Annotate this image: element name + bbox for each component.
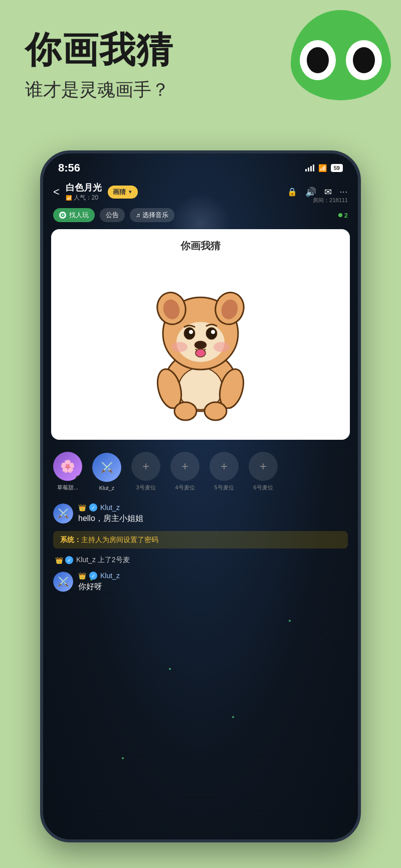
chat-area: ⚔️ 👑 ✓ Klut_z hello，房主小姐姐 系统：主持人为房间设置了密码… xyxy=(43,499,358,603)
chat-username-1: 👑 ✓ Klut_z xyxy=(78,503,143,511)
notice-label: 公告 xyxy=(106,211,119,219)
dog-illustration xyxy=(135,261,266,421)
mic-badge-1: 0 xyxy=(75,475,82,481)
mic-add-slot-4[interactable]: + 4号麦位 xyxy=(170,452,199,491)
inline-text: Klut_z 上了2号麦 xyxy=(76,556,130,565)
avatar-knight-sm-2: ⚔️ xyxy=(53,572,73,592)
svg-point-12 xyxy=(206,327,217,339)
drawing-title: 你画我猜 xyxy=(180,239,221,253)
svg-point-15 xyxy=(195,349,206,357)
status-time: 8:56 xyxy=(58,161,80,175)
mic-add-label-4: 4号麦位 xyxy=(175,484,194,491)
system-message: 系统：主持人为房间设置了密码 xyxy=(53,531,348,549)
left-eye xyxy=(300,40,336,80)
room-actions: 🔒 🔊 ✉ ··· xyxy=(287,187,348,198)
mic-add-circle-3: + xyxy=(131,452,160,481)
firefly-5 xyxy=(122,757,124,759)
mic-add-label-3: 3号麦位 xyxy=(136,484,155,491)
mic-add-circle-4: + xyxy=(170,452,199,481)
chat-message-2: ⚔️ 👑 ✓ Klut_z 你好呀 xyxy=(53,572,348,592)
system-text: 系统：主持人为房间设置了密码 xyxy=(60,536,158,544)
find-play-button[interactable]: 找人玩 xyxy=(53,208,95,222)
right-eye xyxy=(346,40,382,80)
signal-bar-2 xyxy=(308,167,309,171)
eyes-decoration xyxy=(291,10,401,110)
username-text-2: Klut_z xyxy=(100,572,120,580)
mail-icon[interactable]: ✉ xyxy=(324,187,332,198)
mic-avatar-2: ⚔️ xyxy=(92,453,121,482)
game-mode-badge[interactable]: 画猜 ▼ xyxy=(108,186,138,199)
crown-icon-inline: 👑 xyxy=(55,557,63,564)
find-play-label: 找人玩 xyxy=(69,211,89,220)
eyes-outer xyxy=(291,10,391,100)
chat-bubble-1: 👑 ✓ Klut_z hello，房主小姐姐 xyxy=(78,503,143,524)
signal-small-icon: 📶 xyxy=(66,195,72,201)
mic-add-label-5: 5号麦位 xyxy=(214,484,234,491)
mic-add-slot-5[interactable]: + 5号麦位 xyxy=(210,452,239,491)
mic-add-label-6: 6号麦位 xyxy=(253,484,273,491)
online-count-text: 2 xyxy=(344,212,348,219)
chat-text-2: 你好呀 xyxy=(78,582,120,592)
avatar-knight: ⚔️ xyxy=(92,453,121,482)
svg-point-16 xyxy=(171,342,187,352)
mic-row: 🌸 0 草莓甜... ⚔️ Klut_z + 3号麦位 + 4号麦位 + 5号麦… xyxy=(43,444,358,499)
chat-username-2: 👑 ✓ Klut_z xyxy=(78,572,120,580)
music-button[interactable]: ♬ 选择音乐 xyxy=(130,208,174,222)
mic-add-circle-5: + xyxy=(210,452,239,481)
chat-text-1: hello，房主小姐姐 xyxy=(78,513,143,524)
signal-bar-4 xyxy=(313,164,314,171)
status-bar: 8:56 📶 59 xyxy=(43,153,358,179)
mic-avatar-1: 🌸 0 xyxy=(53,452,82,481)
svg-point-17 xyxy=(214,342,230,352)
room-name: 白色月光 xyxy=(66,182,102,194)
popularity-text: 人气：20 xyxy=(74,194,98,202)
crown-icon-2: 👑 xyxy=(78,572,86,580)
more-icon[interactable]: ··· xyxy=(340,188,348,197)
svg-point-10 xyxy=(184,327,195,339)
battery-badge: 59 xyxy=(331,164,343,172)
svg-point-11 xyxy=(189,330,193,334)
svg-point-20 xyxy=(174,402,196,420)
left-pupil xyxy=(307,47,329,73)
game-mode-label: 画猜 xyxy=(113,188,126,197)
mic-slot-2[interactable]: ⚔️ Klut_z xyxy=(92,453,121,491)
verify-badge-1: ✓ xyxy=(89,503,97,511)
notice-button[interactable]: 公告 xyxy=(100,208,125,222)
chat-bubble-2: 👑 ✓ Klut_z 你好呀 xyxy=(78,572,120,592)
chat-message-1: ⚔️ 👑 ✓ Klut_z hello，房主小姐姐 xyxy=(53,503,348,524)
room-info: 白色月光 📶 人气：20 xyxy=(66,182,102,202)
verify-badge-2: ✓ xyxy=(89,572,97,580)
lock-icon: 🔒 xyxy=(287,187,297,197)
music-note-icon: ♬ xyxy=(136,212,140,219)
mic-add-circle-6: + xyxy=(249,452,278,481)
mic-name-2: Klut_z xyxy=(99,485,115,491)
music-label: 选择音乐 xyxy=(142,211,168,220)
crown-icon-1: 👑 xyxy=(78,504,86,511)
mic-name-1: 草莓甜... xyxy=(57,484,78,491)
mic-add-slot-3[interactable]: + 3号麦位 xyxy=(131,452,160,491)
chat-avatar-2: ⚔️ xyxy=(53,572,73,592)
room-popularity: 📶 人气：20 xyxy=(66,194,102,202)
verify-badge-inline: ✓ xyxy=(65,556,73,564)
chevron-down-icon: ▼ xyxy=(128,189,133,195)
drawing-area: 你画我猜 xyxy=(51,229,350,440)
svg-point-21 xyxy=(205,402,227,420)
mic-add-slot-6[interactable]: + 6号麦位 xyxy=(249,452,278,491)
signal-bar-1 xyxy=(305,169,307,171)
online-dot xyxy=(338,213,342,217)
signal-bar-3 xyxy=(310,166,312,171)
phone-frame: 8:56 📶 59 < 白色月光 📶 人气：20 画猜 ▼ 🔒 xyxy=(40,150,361,842)
sub-toolbar: 找人玩 公告 ♬ 选择音乐 2 xyxy=(43,205,358,225)
online-count: 2 xyxy=(338,212,348,219)
svg-point-14 xyxy=(194,341,207,349)
inline-icons: 👑 ✓ xyxy=(55,556,73,564)
back-button[interactable]: < xyxy=(53,186,60,199)
wifi-icon: 📶 xyxy=(318,164,327,172)
system-label: 系统： xyxy=(60,536,81,544)
chat-avatar-1: ⚔️ xyxy=(53,503,73,524)
mic-slot-1[interactable]: 🌸 0 草莓甜... xyxy=(53,452,82,491)
volume-icon[interactable]: 🔊 xyxy=(305,187,316,198)
find-play-icon xyxy=(59,212,66,219)
status-icons: 📶 59 xyxy=(305,164,343,172)
username-text-1: Klut_z xyxy=(100,503,120,511)
